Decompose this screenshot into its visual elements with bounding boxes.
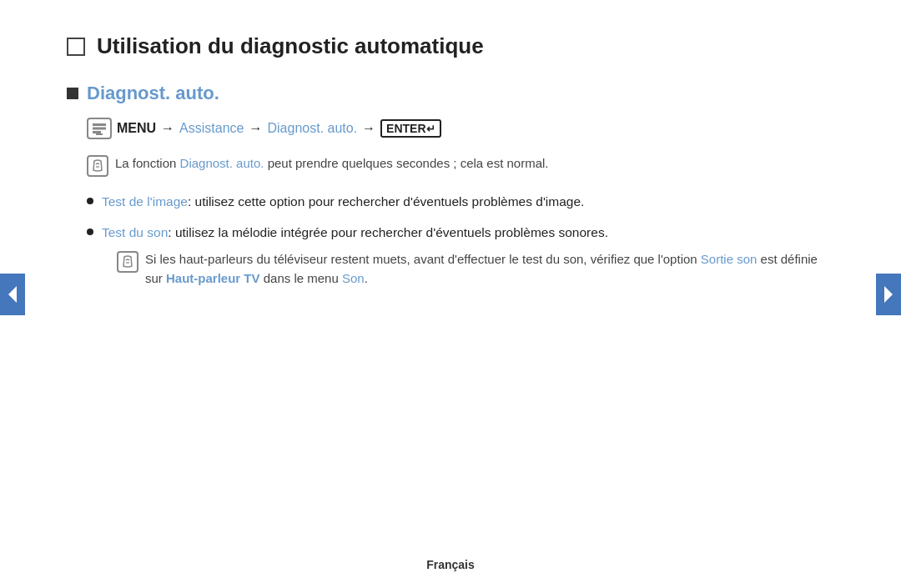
- section-title: Diagnost. auto.: [67, 83, 834, 104]
- bullet2-link: Test du son: [102, 225, 168, 239]
- note-icon-1: [87, 155, 108, 177]
- menu-line: MENU → Assistance → Diagnost. auto. → EN…: [87, 118, 834, 139]
- black-square-icon: [67, 88, 78, 99]
- subnote-content: Si les haut-parleurs du téléviseur reste…: [145, 249, 834, 289]
- svg-rect-1: [93, 128, 106, 130]
- note1: La fonction Diagnost. auto. peut prendre…: [87, 154, 834, 177]
- svg-rect-0: [93, 123, 106, 126]
- subnote-link2: Haut-parleur TV: [166, 271, 260, 285]
- note-icon-2: [117, 251, 138, 273]
- nav-arrow-right[interactable]: [876, 274, 901, 315]
- bullet-dot-2: [87, 229, 93, 235]
- bullet1-content: Test de l'image: utilisez cette option p…: [102, 192, 584, 211]
- bullet2-content: Test du son: utilisez la mélodie intégré…: [102, 223, 834, 288]
- menu-link2: Diagnost. auto.: [267, 121, 357, 136]
- footer: Français: [426, 558, 475, 571]
- main-title: Utilisation du diagnostic automatique: [67, 33, 834, 59]
- bullet1-link: Test de l'image: [102, 194, 188, 209]
- menu-icon: [87, 118, 112, 139]
- svg-marker-5: [8, 286, 17, 303]
- bullet-item-1: Test de l'image: utilisez cette option p…: [87, 192, 834, 211]
- svg-rect-2: [93, 131, 101, 133]
- bullet-list: Test de l'image: utilisez cette option p…: [87, 192, 834, 288]
- section-title-text: Diagnost. auto.: [87, 83, 219, 104]
- enter-icon: ENTER↵: [380, 119, 440, 138]
- svg-marker-6: [884, 286, 893, 303]
- menu-arrow1: →: [161, 121, 174, 136]
- page-container: Utilisation du diagnostic automatique Di…: [0, 0, 901, 588]
- nav-arrow-left[interactable]: [0, 274, 25, 315]
- menu-label: MENU: [117, 121, 156, 136]
- sub-note: Si les haut-parleurs du téléviseur reste…: [117, 249, 834, 289]
- bullet-dot-1: [87, 198, 93, 204]
- menu-arrow2: →: [249, 121, 262, 136]
- menu-arrow3: →: [362, 121, 375, 136]
- main-title-text: Utilisation du diagnostic automatique: [97, 33, 484, 59]
- checkbox-icon: [67, 38, 85, 56]
- subnote-link3: Son: [342, 271, 365, 285]
- subnote-link1: Sortie son: [701, 252, 758, 266]
- menu-link1: Assistance: [179, 121, 244, 136]
- note1-link: Diagnost. auto.: [180, 156, 264, 170]
- note1-content: La fonction Diagnost. auto. peut prendre…: [115, 154, 549, 173]
- bullet-item-2: Test du son: utilisez la mélodie intégré…: [87, 223, 834, 288]
